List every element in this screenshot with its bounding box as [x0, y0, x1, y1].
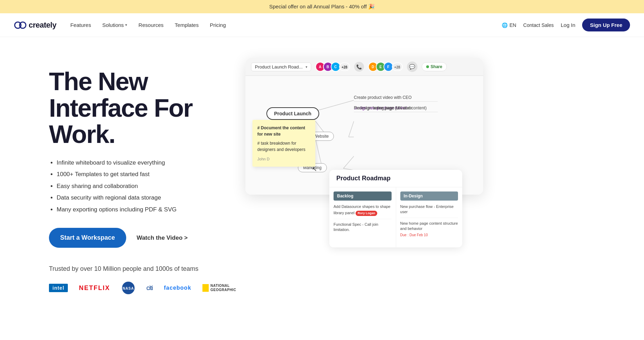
chevron-down-icon: ▾ — [125, 23, 127, 27]
hero-title: The New Interface For Work. — [49, 68, 231, 148]
svg-line-6 — [349, 121, 354, 137]
start-workspace-button[interactable]: Start a Workspace — [49, 228, 126, 248]
nav-resources[interactable]: Resources — [138, 22, 164, 28]
contact-sales-link[interactable]: Contact Sales — [523, 22, 554, 28]
nav-pricing[interactable]: Pricing — [210, 22, 226, 28]
doc-title[interactable]: Product Launch Road... ▾ — [251, 63, 311, 71]
nav-solutions[interactable]: Solutions ▾ — [102, 22, 127, 28]
trusted-text: Trusted by over 10 Million people and 10… — [49, 265, 231, 273]
in-design-header: In-Design — [400, 191, 458, 201]
nav-right: 🌐 EN Contact Sales Log In Sign Up Free — [502, 19, 630, 31]
roadmap-card: David Booth Product Roadmap Backlog Add … — [329, 170, 462, 247]
language-selector[interactable]: 🌐 EN — [502, 22, 516, 28]
cursor: ↖ — [312, 165, 317, 171]
phone-icon[interactable]: 📞 — [354, 62, 364, 72]
nasa-logo: NASA — [121, 281, 135, 295]
sticky-note: # Document the content for new site # ta… — [252, 120, 315, 167]
task-item: Create product video with CEO — [354, 95, 438, 102]
backlog-header: Backlog — [334, 191, 392, 201]
hero-right: Product Launch Road... ▾ A B C +28 📞 D E… — [245, 58, 609, 275]
hero-cta: Start a Workspace Watch the Video > — [49, 228, 231, 248]
nav-features[interactable]: Features — [70, 22, 91, 28]
sticky-line1: # Document the content for new site — [257, 125, 310, 137]
bullet-item: Many exporting options including PDF & S… — [57, 205, 231, 214]
logo-text: creately — [29, 21, 56, 30]
hero-bullets-list: Infinite whiteboard to visualize everyth… — [49, 158, 231, 214]
product-card-header: Product Launch Road... ▾ A B C +28 📞 D E… — [245, 58, 483, 76]
facebook-logo: facebook — [164, 285, 191, 291]
roadmap-header: Product Roadmap — [329, 170, 462, 187]
citi-logo: citi — [146, 284, 153, 292]
dropdown-arrow-icon: ▾ — [306, 65, 307, 69]
roadmap-task: Add Datasource shapes to shape library p… — [334, 204, 392, 219]
avatar-group: A B C +28 — [315, 62, 350, 72]
roadmap-columns: Backlog Add Datasource shapes to shape l… — [329, 187, 462, 247]
sticky-line2: # task breakdown for designers and devel… — [257, 140, 310, 153]
brand-logos: intel NETFLIX NASA citi facebook NATIONA… — [49, 281, 231, 295]
avatar-group-2: D E F +28 — [368, 62, 403, 72]
login-button[interactable]: Log In — [561, 22, 575, 28]
globe-icon: 🌐 — [502, 22, 508, 28]
watch-video-link[interactable]: Watch the Video > — [137, 234, 188, 241]
nav-links: Features Solutions ▾ Resources Templates… — [70, 22, 502, 28]
signup-button[interactable]: Sign Up Free — [582, 19, 630, 31]
intel-logo: intel — [49, 284, 68, 292]
hero-left: The New Interface For Work. Infinite whi… — [49, 58, 231, 295]
svg-line-9 — [343, 156, 354, 168]
bullet-item: Easy sharing and collaboration — [57, 182, 231, 191]
svg-text:NASA: NASA — [123, 287, 134, 290]
netflix-logo: NETFLIX — [79, 284, 110, 292]
share-dot — [426, 65, 429, 68]
bullet-item: 1000+ Templates to get started fast — [57, 170, 231, 179]
banner-text: Special offer on all Annual Plans - 40% … — [269, 3, 375, 9]
task-item: Redesign home page (UX and content) — [354, 106, 438, 112]
backlog-column: Backlog Add Datasource shapes to shape l… — [329, 187, 396, 247]
bullet-item: Infinite whiteboard to visualize everyth… — [57, 158, 231, 167]
share-button[interactable]: Share — [422, 62, 447, 71]
natgeo-logo: NATIONAL GEOGRAPHIC — [202, 284, 231, 292]
logo-link[interactable]: creately — [14, 21, 56, 30]
nav-templates[interactable]: Templates — [175, 22, 199, 28]
top-banner: Special offer on all Annual Plans - 40% … — [0, 0, 644, 13]
center-node: Product Launch — [266, 107, 319, 120]
due-date: Due : Due Feb 10 — [400, 233, 458, 238]
task-badge: Rory Logan — [356, 211, 377, 216]
roadmap-task: New home page content structure and beha… — [400, 221, 458, 240]
chat-icon[interactable]: 💬 — [407, 62, 417, 72]
hero-section: The New Interface For Work. Infinite whi… — [0, 37, 644, 309]
avatar-overflow: +28 — [392, 63, 403, 71]
roadmap-task: New purchase flow - Enterprise user — [400, 204, 458, 218]
avatar-count: +28 — [339, 63, 350, 71]
roadmap-task: Functional Spec - Call join limitation. — [334, 222, 392, 236]
sticky-author: John D — [257, 156, 310, 162]
bullet-item: Data security with regional data storage — [57, 193, 231, 202]
main-nav: creately Features Solutions ▾ Resources … — [0, 13, 644, 37]
in-design-column: In-Design New purchase flow - Enterprise… — [396, 187, 463, 247]
